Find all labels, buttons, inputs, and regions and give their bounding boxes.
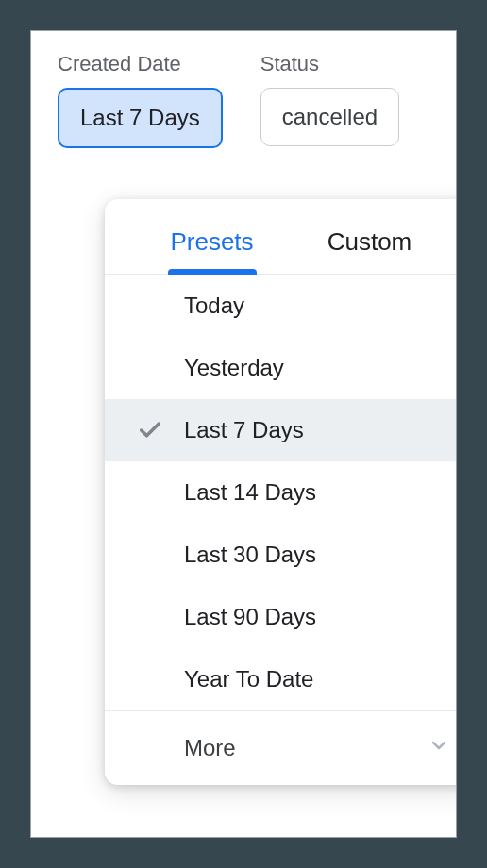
preset-option-label: Last 14 Days bbox=[184, 479, 457, 506]
preset-option[interactable]: Year To Date bbox=[105, 648, 457, 710]
date-presets-dropdown: Presets Custom TodayYesterdayLast 7 Days… bbox=[105, 199, 457, 785]
preset-option[interactable]: Last 90 Days bbox=[105, 586, 457, 648]
chevron-down-icon bbox=[428, 734, 450, 762]
dropdown-tabs: Presets Custom bbox=[105, 199, 457, 275]
preset-option[interactable]: Last 14 Days bbox=[105, 461, 457, 524]
check-icon bbox=[131, 417, 184, 443]
tab-presets[interactable]: Presets bbox=[133, 227, 291, 274]
filter-label-created-date: Created Date bbox=[58, 52, 223, 76]
preset-option[interactable]: Yesterday bbox=[105, 337, 457, 399]
preset-option-label: Last 7 Days bbox=[184, 417, 457, 443]
filter-panel: U Created Date Last 7 Days Status cancel… bbox=[30, 30, 457, 838]
preset-option-label: Year To Date bbox=[184, 666, 457, 693]
preset-option[interactable]: Last 30 Days bbox=[105, 524, 457, 586]
filters-row: Created Date Last 7 Days Status cancelle… bbox=[58, 52, 456, 148]
preset-option-label: Last 30 Days bbox=[184, 542, 457, 568]
more-button[interactable]: More bbox=[105, 710, 457, 785]
preset-options-list: TodayYesterdayLast 7 DaysLast 14 DaysLas… bbox=[105, 275, 457, 710]
filter-label-status: Status bbox=[260, 52, 399, 76]
preset-option[interactable]: Last 7 Days bbox=[105, 399, 457, 461]
tab-custom[interactable]: Custom bbox=[291, 227, 448, 274]
preset-option-label: Last 90 Days bbox=[184, 604, 457, 630]
preset-option[interactable]: Today bbox=[105, 275, 457, 337]
preset-option-label: Yesterday bbox=[184, 355, 457, 381]
preset-option-label: Today bbox=[184, 292, 457, 319]
filter-status: Status cancelled bbox=[260, 52, 399, 146]
filter-chip-status[interactable]: cancelled bbox=[260, 88, 399, 146]
background-text: U bbox=[456, 259, 457, 299]
filter-created-date: Created Date Last 7 Days bbox=[58, 52, 223, 148]
filter-chip-created-date[interactable]: Last 7 Days bbox=[58, 88, 223, 148]
more-label: More bbox=[184, 735, 428, 761]
